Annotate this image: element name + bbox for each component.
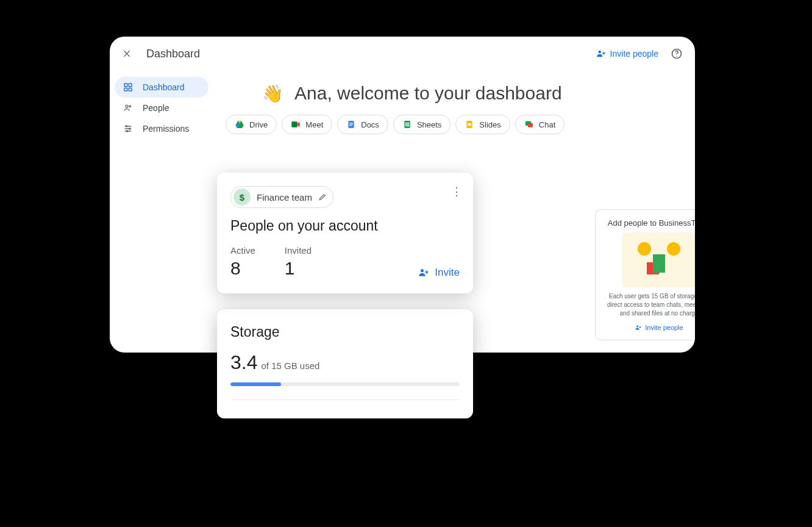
pencil-icon[interactable]	[318, 193, 327, 201]
sidebar-item-permissions[interactable]: Permissions	[115, 118, 208, 139]
chip-slides[interactable]: Slides	[455, 115, 510, 134]
add-card-invite-link[interactable]: Invite people	[603, 324, 695, 331]
invite-people-link[interactable]: Invite people	[596, 48, 658, 59]
storage-title: Storage	[230, 324, 460, 340]
chip-label: Slides	[479, 120, 500, 129]
people-card-title: People on your account	[230, 218, 460, 234]
storage-used-value: 3.4	[230, 351, 257, 374]
invited-count: Invited 1	[285, 245, 312, 279]
svg-rect-6	[129, 84, 132, 87]
add-card-link-label: Invite people	[645, 324, 683, 331]
svg-point-16	[127, 131, 128, 132]
team-label: Finance team	[257, 192, 312, 203]
active-value: 8	[230, 258, 255, 279]
chip-label: Sheets	[417, 120, 441, 129]
person-add-icon	[418, 267, 430, 279]
sidebar-item-label: Dashboard	[143, 82, 185, 92]
svg-point-4	[676, 56, 677, 57]
invited-label: Invited	[285, 245, 312, 256]
page-title: Dashboard	[146, 48, 200, 60]
more-icon[interactable]: ⋮	[451, 185, 462, 198]
topbar: Dashboard Invite people	[110, 37, 695, 71]
svg-point-15	[129, 128, 130, 129]
chip-label: Docs	[361, 120, 379, 129]
docs-icon	[346, 120, 356, 129]
sidebar-item-dashboard[interactable]: Dashboard	[115, 77, 208, 98]
add-card-illustration	[622, 232, 695, 287]
chip-sheets[interactable]: Sheets	[393, 115, 451, 134]
slides-icon	[465, 120, 474, 129]
svg-point-10	[129, 106, 131, 107]
sheets-icon	[402, 120, 412, 129]
team-chip[interactable]: $ Finance team	[230, 186, 333, 208]
chip-label: Meet	[305, 120, 323, 129]
welcome-text: Ana, welcome to your dashboard	[294, 83, 562, 104]
chip-docs[interactable]: Docs	[337, 115, 388, 134]
svg-rect-25	[350, 125, 352, 126]
svg-rect-24	[350, 124, 353, 124]
people-card: $ Finance team ⋮ People on your account …	[217, 173, 473, 293]
svg-point-34	[636, 326, 638, 328]
add-people-card: Add people to BusinessTyme Each user get…	[595, 209, 695, 340]
storage-card: Storage 3.4 of 15 GB used	[217, 309, 473, 418]
svg-point-14	[126, 126, 127, 127]
main-content: 👋 Ana, welcome to your dashboard Drive M…	[213, 71, 695, 145]
invite-button-label: Invite	[435, 267, 460, 279]
sidebar-item-label: Permissions	[143, 124, 189, 134]
people-icon	[123, 103, 134, 113]
active-count: Active 8	[230, 245, 255, 279]
chip-label: Chat	[539, 120, 555, 129]
svg-rect-23	[350, 123, 353, 123]
chip-meet[interactable]: Meet	[282, 115, 332, 134]
storage-used-suffix: of 15 GB used	[261, 360, 319, 371]
chip-chat[interactable]: Chat	[515, 115, 564, 134]
divider	[230, 400, 460, 400]
svg-rect-20	[292, 121, 297, 127]
dashboard-icon	[123, 82, 134, 92]
invite-people-label: Invite people	[610, 49, 658, 59]
sidebar-item-label: People	[143, 103, 169, 113]
sidebar: Dashboard People Permissions	[110, 71, 213, 145]
svg-marker-21	[297, 122, 300, 127]
drive-icon	[235, 120, 244, 129]
storage-progress-bar	[230, 382, 460, 386]
chip-drive[interactable]: Drive	[226, 115, 277, 134]
sidebar-item-people[interactable]: People	[115, 98, 208, 118]
chip-label: Drive	[249, 120, 268, 129]
chat-icon	[524, 120, 534, 129]
svg-rect-5	[124, 84, 127, 87]
close-icon[interactable]	[122, 49, 137, 59]
wave-icon: 👋	[262, 84, 283, 104]
storage-progress-fill	[230, 382, 281, 386]
invite-button[interactable]: Invite	[418, 267, 460, 279]
add-card-title: Add people to BusinessTyme	[603, 218, 695, 228]
svg-point-9	[126, 105, 128, 107]
svg-rect-7	[124, 88, 127, 91]
svg-rect-8	[129, 88, 132, 91]
svg-point-2	[598, 51, 601, 54]
person-add-icon	[635, 324, 642, 331]
svg-rect-33	[528, 123, 533, 127]
help-icon[interactable]	[671, 48, 683, 60]
welcome-heading: 👋 Ana, welcome to your dashboard	[262, 83, 683, 104]
svg-point-35	[421, 269, 424, 272]
permissions-icon	[123, 124, 134, 134]
svg-rect-31	[468, 123, 471, 126]
invited-value: 1	[285, 258, 312, 279]
meet-icon	[291, 120, 301, 129]
add-card-desc: Each user gets 15 GB of storage and dire…	[603, 292, 695, 318]
active-label: Active	[230, 245, 255, 256]
person-add-icon	[596, 48, 607, 59]
app-chips: Drive Meet Docs Sheets Slides	[226, 115, 683, 134]
dollar-icon: $	[233, 188, 251, 206]
